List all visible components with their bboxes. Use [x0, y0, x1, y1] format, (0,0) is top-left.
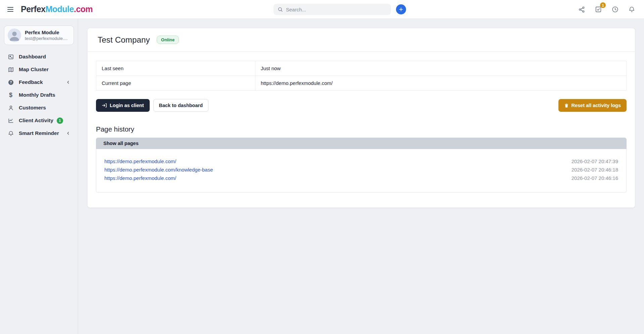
show-all-pages-toggle[interactable]: Show all pages	[96, 138, 627, 149]
trash-icon	[564, 103, 569, 108]
help-circle-icon: ?	[7, 79, 14, 86]
card-body: Last seen Just now Current page https://…	[88, 52, 635, 207]
chevron-left-icon[interactable]	[66, 80, 70, 85]
app-logo[interactable]: PerfexModule.com	[21, 4, 93, 14]
user-meta: Perfex Module test@perfexmodule....	[25, 29, 67, 41]
tasks-button[interactable]: 1	[595, 6, 602, 13]
share-button[interactable]	[578, 6, 585, 13]
history-url-link[interactable]: https://demo.perfexmodule.com/knowledge-…	[104, 165, 213, 174]
login-arrow-icon	[102, 103, 107, 108]
bell-icon	[628, 6, 635, 13]
page-title: Test Company	[98, 35, 150, 45]
list-item: https://demo.perfexmodule.com/ 2026-02-0…	[104, 157, 618, 165]
sidebar-item-label: Feedback	[19, 79, 43, 85]
sidebar-item-client-activity[interactable]: Client Activity 1	[4, 114, 74, 127]
main-content: Test Company Online Last seen Just now C…	[78, 19, 644, 334]
card-header: Test Company Online	[88, 28, 635, 52]
sidebar-item-dashboard[interactable]: Dashboard	[4, 50, 74, 63]
svg-text:?: ?	[10, 81, 12, 84]
sidebar-item-label: Smart Reminder	[19, 130, 59, 136]
reset-activity-logs-button[interactable]: Reset all activity logs	[558, 99, 627, 112]
history-button[interactable]	[611, 6, 619, 13]
reset-activity-logs-label: Reset all activity logs	[572, 103, 621, 108]
sidebar-item-label: Dashboard	[19, 54, 46, 60]
sidebar-item-customers[interactable]: Customers	[4, 101, 74, 114]
logo-part-3: .com	[74, 4, 93, 14]
sidebar: Perfex Module test@perfexmodule.... Dash…	[0, 19, 78, 334]
topbar: PerfexModule.com	[0, 0, 644, 19]
list-item: https://demo.perfexmodule.com/ 2026-02-0…	[104, 174, 618, 182]
page-history-panel: Show all pages https://demo.perfexmodule…	[96, 138, 627, 193]
search-icon	[278, 7, 283, 12]
sidebar-nav: Dashboard Map Cluster ? Feedback	[4, 50, 74, 140]
info-label: Last seen	[96, 61, 255, 76]
topbar-actions: 1	[578, 0, 635, 19]
info-value: Just now	[255, 61, 627, 76]
info-value: https://demo.perfexmodule.com/	[255, 76, 627, 91]
login-as-client-button[interactable]: Login as client	[96, 99, 150, 112]
map-icon	[7, 66, 14, 73]
table-row: Current page https://demo.perfexmodule.c…	[96, 76, 627, 91]
history-timestamp: 2026-02-07 20:46:16	[572, 174, 618, 182]
avatar	[8, 29, 21, 42]
client-activity-count-badge: 1	[57, 117, 63, 124]
user-profile-card[interactable]: Perfex Module test@perfexmodule....	[4, 26, 74, 45]
sidebar-item-map-cluster[interactable]: Map Cluster	[4, 63, 74, 76]
page-history-list: https://demo.perfexmodule.com/ 2026-02-0…	[96, 149, 627, 193]
client-info-table: Last seen Just now Current page https://…	[96, 61, 627, 91]
login-as-client-label: Login as client	[110, 103, 144, 108]
add-button[interactable]	[396, 4, 406, 14]
table-row: Last seen Just now	[96, 61, 627, 76]
logo-part-1: Perfex	[21, 4, 45, 14]
search-bar[interactable]	[274, 4, 391, 15]
back-to-dashboard-button[interactable]: Back to dashboard	[153, 99, 209, 112]
hamburger-menu-icon[interactable]	[6, 6, 15, 13]
plus-icon	[398, 7, 404, 12]
online-status-badge: Online	[157, 36, 179, 44]
sidebar-item-label: Customers	[19, 105, 46, 111]
sidebar-item-label: Map Cluster	[19, 66, 49, 73]
history-url-link[interactable]: https://demo.perfexmodule.com/	[104, 157, 176, 165]
notifications-button[interactable]	[628, 6, 635, 13]
sidebar-item-smart-reminder[interactable]: Smart Reminder	[4, 127, 74, 140]
sidebar-item-monthly-drafts[interactable]: $ Monthly Drafts	[4, 89, 74, 101]
info-label: Current page	[96, 76, 255, 91]
history-timestamp: 2026-02-07 20:47:39	[572, 157, 618, 165]
list-item: https://demo.perfexmodule.com/knowledge-…	[104, 165, 618, 174]
user-name: Perfex Module	[25, 29, 67, 36]
tasks-count-badge: 1	[600, 2, 606, 8]
history-url-link[interactable]: https://demo.perfexmodule.com/	[104, 174, 176, 182]
back-to-dashboard-label: Back to dashboard	[159, 103, 203, 108]
share-icon	[578, 6, 585, 13]
user-email: test@perfexmodule....	[25, 36, 67, 41]
page-history-heading: Page history	[96, 125, 627, 133]
bell-icon	[7, 130, 14, 137]
sidebar-item-label: Monthly Drafts	[19, 92, 55, 98]
history-timestamp: 2026-02-07 20:46:18	[572, 165, 618, 174]
clock-icon	[611, 6, 619, 13]
action-buttons-row: Login as client Back to dashboard Reset …	[96, 99, 627, 112]
sidebar-item-feedback[interactable]: ? Feedback	[4, 76, 74, 89]
sidebar-item-label: Client Activity	[19, 117, 53, 124]
dollar-icon: $	[7, 92, 14, 98]
logo-part-2: Module	[45, 4, 74, 14]
search-input[interactable]	[286, 7, 383, 12]
chevron-left-icon[interactable]	[66, 131, 70, 136]
client-detail-card: Test Company Online Last seen Just now C…	[87, 28, 635, 208]
user-icon	[7, 105, 14, 111]
chart-line-icon	[7, 117, 14, 124]
dashboard-icon	[7, 54, 14, 60]
show-all-pages-label: Show all pages	[103, 141, 139, 146]
